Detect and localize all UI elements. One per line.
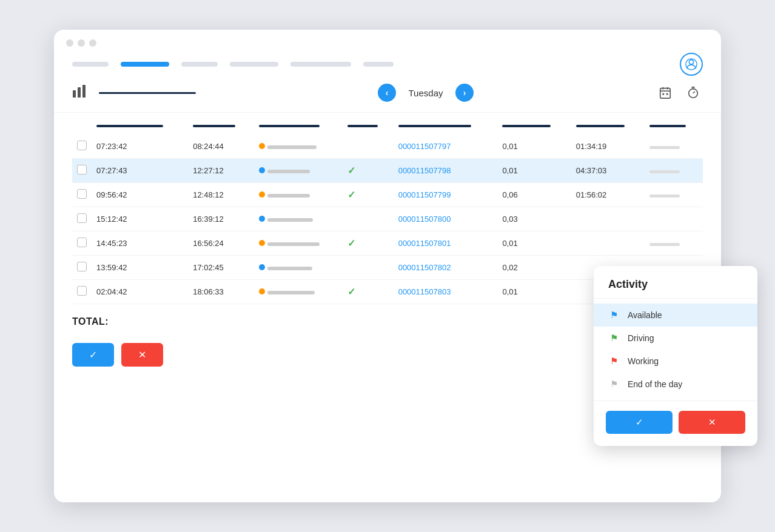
row-duration [571, 207, 645, 231]
col-check [343, 113, 393, 135]
main-window: ‹ Tuesday › [54, 30, 721, 502]
row-link[interactable]: 000011507798 [398, 166, 451, 175]
row-value: 0,03 [497, 207, 571, 231]
popup-item-working[interactable]: ⚑ Working [594, 350, 757, 373]
user-avatar[interactable] [680, 53, 703, 76]
row-link[interactable]: 000011507803 [398, 287, 451, 296]
row-checkbox[interactable] [77, 286, 87, 296]
nav-tab-1[interactable] [72, 62, 109, 67]
row-link[interactable]: 000011507802 [398, 263, 451, 272]
row-check-cell: ✓ [343, 159, 393, 183]
popup-item-endofday-label: End of the day [628, 379, 682, 389]
nav-tab-5[interactable] [290, 62, 351, 67]
row-checkbox[interactable] [77, 213, 87, 223]
popup-item-driving[interactable]: ⚑ Driving [594, 327, 757, 350]
confirm-icon: ✓ [89, 349, 97, 361]
prev-day-button[interactable]: ‹ [378, 84, 396, 102]
row-checkbox[interactable] [77, 238, 87, 247]
confirm-button[interactable]: ✓ [72, 343, 114, 367]
table-row: 07:23:4208:24:440000115077970,0101:34:19 [72, 135, 703, 159]
timer-button[interactable] [683, 83, 703, 102]
row-checkbox[interactable] [77, 141, 87, 150]
row-end-time: 18:06:33 [188, 280, 254, 304]
row-duration: 01:34:19 [571, 135, 645, 159]
col-checkbox [72, 113, 92, 135]
row-checkbox[interactable] [77, 165, 87, 175]
row-link-cell: 000011507797 [394, 135, 498, 159]
row-link-cell: 000011507801 [394, 231, 498, 256]
row-start-time: 09:56:42 [92, 183, 188, 207]
row-start-time: 15:12:42 [92, 207, 188, 231]
svg-point-0 [689, 60, 693, 64]
row-start-time: 13:59:42 [92, 256, 188, 280]
toolbar: ‹ Tuesday › [54, 83, 721, 113]
row-check-cell: ✓ [343, 231, 393, 256]
row-link[interactable]: 000011507801 [398, 239, 451, 248]
activity-bar [267, 267, 312, 270]
activity-dot-icon [259, 240, 265, 246]
row-checkbox[interactable] [77, 262, 87, 271]
row-checkbox-cell [72, 256, 92, 280]
row-checkbox[interactable] [77, 189, 87, 199]
row-link-cell: 000011507800 [394, 207, 498, 231]
activity-bar [267, 291, 315, 294]
row-check-cell: ✓ [343, 183, 393, 207]
activity-dot-icon [259, 264, 265, 270]
popup-item-endofday[interactable]: ⚑ End of the day [594, 373, 757, 396]
svg-rect-2 [73, 90, 76, 98]
activity-dot-icon [259, 191, 265, 198]
row-checkbox-cell [72, 207, 92, 231]
col-extra [645, 113, 703, 135]
cancel-button[interactable]: ✕ [121, 343, 163, 367]
activity-popup: Activity ⚑ Available ⚑ Driving ⚑ Working… [594, 266, 757, 446]
row-link[interactable]: 000011507800 [398, 214, 451, 224]
nav-tabs [72, 62, 394, 67]
row-activity-cell [254, 231, 343, 256]
calendar-button[interactable] [656, 83, 675, 102]
activity-bar [267, 145, 317, 149]
row-activity-cell [254, 135, 343, 159]
row-value: 0,01 [497, 280, 571, 304]
col-duration [571, 113, 645, 135]
row-end-time: 12:27:12 [188, 159, 254, 183]
col-link [394, 113, 498, 135]
popup-title: Activity [594, 266, 757, 299]
flag-endofday-icon: ⚑ [608, 379, 619, 390]
popup-confirm-button[interactable]: ✓ [606, 411, 673, 434]
row-extra-cell [645, 207, 703, 231]
table-row: 15:12:4216:39:120000115078000,03 [72, 207, 703, 231]
toolbar-icons [656, 83, 703, 102]
activity-dot-icon [259, 216, 265, 222]
row-check-cell: ✓ [343, 280, 393, 304]
svg-line-14 [693, 91, 695, 93]
row-duration: 01:56:02 [571, 183, 645, 207]
row-extra-bar [649, 170, 680, 173]
nav-tab-3[interactable] [181, 62, 218, 67]
nav-tab-4[interactable] [230, 62, 278, 67]
row-start-time: 07:23:42 [92, 135, 188, 159]
col-end [188, 113, 254, 135]
row-extra-cell [645, 159, 703, 183]
flag-driving-icon: ⚑ [608, 333, 619, 344]
nav-bar [54, 53, 721, 83]
row-extra-bar [649, 243, 680, 246]
table-header-row [72, 113, 703, 135]
row-extra-cell [645, 231, 703, 256]
row-link[interactable]: 000011507797 [398, 142, 451, 151]
next-day-button[interactable]: › [455, 84, 474, 102]
row-end-time: 12:48:12 [188, 183, 254, 207]
popup-item-available[interactable]: ⚑ Available [594, 304, 757, 327]
row-link[interactable]: 000011507799 [398, 190, 451, 199]
nav-tab-6[interactable] [363, 62, 394, 67]
table-row: 07:27:4312:27:12✓0000115077980,0104:37:0… [72, 159, 703, 183]
row-value: 0,01 [497, 231, 571, 256]
row-checkbox-cell [72, 183, 92, 207]
chart-icon [72, 84, 87, 101]
row-checkbox-cell [72, 280, 92, 304]
row-checkbox-cell [72, 159, 92, 183]
row-check-cell [343, 256, 393, 280]
row-extra-bar [649, 146, 680, 149]
row-checkmark-icon: ✓ [347, 287, 355, 297]
nav-tab-2[interactable] [121, 62, 169, 67]
popup-cancel-button[interactable]: ✕ [679, 411, 745, 434]
